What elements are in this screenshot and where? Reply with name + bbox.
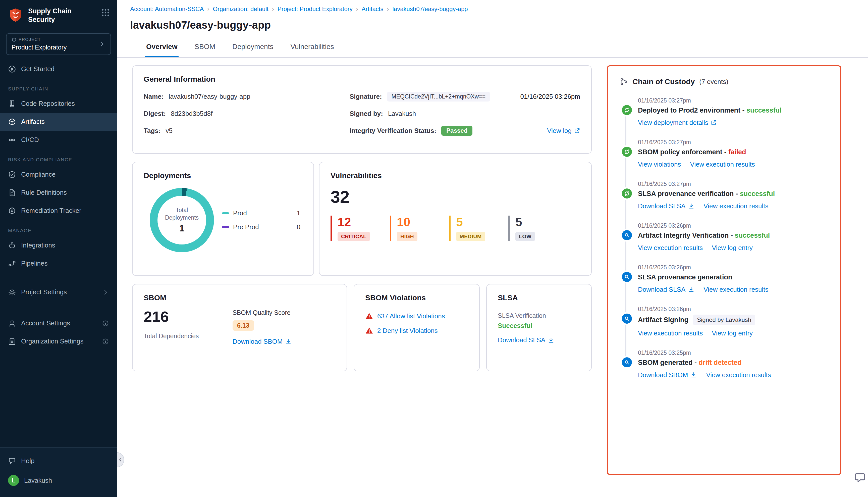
view-execution-results-link[interactable]: View execution results bbox=[704, 285, 768, 294]
view-execution-results-link[interactable]: View execution results bbox=[706, 371, 771, 379]
sidebar-item-label: Pipelines bbox=[21, 259, 48, 267]
tab-deployments[interactable]: Deployments bbox=[231, 38, 274, 57]
breadcrumb: Account: Automation-SSCA › Organization:… bbox=[130, 5, 855, 13]
sidebar-item-compliance[interactable]: Compliance bbox=[0, 166, 117, 184]
download-icon bbox=[688, 203, 694, 209]
sidebar-item-label: Artifacts bbox=[21, 118, 45, 126]
sbom-total-label: Total Dependencies bbox=[144, 332, 199, 340]
breadcrumb-separator: › bbox=[387, 5, 389, 13]
download-sbom-link[interactable]: Download SBOM bbox=[638, 371, 697, 379]
breadcrumb-organization[interactable]: Organization: default bbox=[213, 5, 268, 13]
scan-icon bbox=[622, 230, 632, 240]
event-status: drift detected bbox=[699, 358, 742, 367]
download-icon bbox=[285, 339, 292, 345]
sidebar-item-organization-settings[interactable]: Organization Settings bbox=[0, 332, 117, 351]
timeline-event: 01/16/2025 03:26pm SLSA provenance gener… bbox=[621, 264, 828, 294]
sidebar-item-code-repositories[interactable]: Code Repositories bbox=[0, 95, 117, 113]
status-badge-passed: Passed bbox=[441, 126, 473, 136]
breadcrumb-separator: › bbox=[207, 5, 209, 13]
user-name: Lavakush bbox=[24, 477, 52, 484]
project-selector[interactable]: PROJECT Product Exploratory bbox=[6, 33, 111, 55]
severity-low: 5 LOW bbox=[508, 216, 568, 241]
help-icon bbox=[8, 457, 16, 465]
sidebar: Supply Chain Security PROJECT Product Ex… bbox=[0, 0, 117, 497]
feedback-icon[interactable] bbox=[854, 472, 866, 483]
sbom-violations-card: SBOM Violations 637 Allow list Violation… bbox=[353, 284, 480, 371]
view-execution-results-link[interactable]: View execution results bbox=[704, 202, 768, 210]
field-signed-by: Signed by: Lavakush bbox=[350, 109, 580, 118]
view-log-link[interactable]: View log bbox=[547, 127, 580, 135]
sidebar-item-label: Get Started bbox=[21, 65, 55, 73]
view-execution-results-link[interactable]: View execution results bbox=[638, 244, 703, 252]
sidebar-item-label: Project Settings bbox=[21, 288, 67, 296]
sidebar-item-remediation-tracker[interactable]: Remediation Tracker bbox=[0, 202, 117, 220]
download-sbom-link[interactable]: Download SBOM bbox=[233, 338, 292, 345]
sidebar-user[interactable]: L Lavakush bbox=[0, 470, 117, 491]
pipelines-icon bbox=[8, 259, 16, 268]
section-label-risk-compliance: RISK AND COMPLIANCE bbox=[0, 149, 117, 166]
event-timestamp: 01/16/2025 03:26pm bbox=[638, 264, 828, 271]
allow-list-violations-link[interactable]: 637 Allow list Violations bbox=[377, 312, 445, 320]
sidebar-item-get-started[interactable]: Get Started bbox=[0, 60, 117, 78]
view-violations-link[interactable]: View violations bbox=[638, 160, 681, 168]
sidebar-item-label: CI/CD bbox=[21, 136, 39, 144]
external-link-icon bbox=[574, 128, 580, 134]
deny-list-violations-row: 2 Deny list Violations bbox=[365, 327, 468, 335]
sidebar-item-label: Rule Definitions bbox=[21, 189, 67, 197]
event-status: failed bbox=[728, 148, 746, 156]
breadcrumb-account[interactable]: Account: Automation-SSCA bbox=[130, 5, 204, 13]
slsa-verification-label: SLSA Verification bbox=[498, 312, 580, 320]
view-log-entry-link[interactable]: View log entry bbox=[712, 329, 753, 337]
remediation-tracker-icon bbox=[8, 207, 16, 215]
main-area: Account: Automation-SSCA › Organization:… bbox=[117, 0, 868, 497]
sbom-title: SBOM bbox=[144, 294, 335, 302]
deployments-legend: Prod 1 Pre Prod 0 bbox=[222, 203, 300, 237]
scan-icon bbox=[622, 357, 632, 367]
tab-vulnerabilities[interactable]: Vulnerabilities bbox=[289, 38, 335, 57]
breadcrumb-project[interactable]: Project: Product Exploratory bbox=[277, 5, 353, 13]
legend-swatch-prod bbox=[222, 212, 229, 214]
compliance-icon bbox=[8, 171, 16, 179]
chevron-right-icon bbox=[102, 289, 109, 296]
sidebar-item-artifacts[interactable]: Artifacts bbox=[0, 113, 117, 131]
timeline-event: 01/16/2025 03:25pm SBOM generated - drif… bbox=[621, 349, 828, 379]
view-execution-results-link[interactable]: View execution results bbox=[690, 160, 755, 168]
artifacts-icon bbox=[8, 118, 16, 126]
deny-list-violations-link[interactable]: 2 Deny list Violations bbox=[377, 327, 438, 335]
sidebar-item-label: Help bbox=[21, 457, 34, 465]
chain-of-custody-icon bbox=[620, 77, 628, 86]
sidebar-item-integrations[interactable]: Integrations bbox=[0, 237, 117, 255]
event-status: successful bbox=[735, 231, 770, 240]
breadcrumb-artifact-name[interactable]: lavakush07/easy-buggy-app bbox=[392, 5, 468, 13]
view-execution-results-link[interactable]: View execution results bbox=[638, 329, 703, 337]
general-information-card: General Information Name: lavakush07/eas… bbox=[132, 65, 592, 154]
download-slsa-link[interactable]: Download SLSA bbox=[498, 336, 554, 344]
download-slsa-link[interactable]: Download SLSA bbox=[638, 202, 694, 210]
sidebar-item-project-settings[interactable]: Project Settings bbox=[0, 283, 117, 301]
module-switcher-icon[interactable] bbox=[101, 8, 110, 17]
app-title-line2: Security bbox=[28, 16, 96, 24]
event-title: Artifact Signing Signed by Lavakush bbox=[638, 315, 828, 325]
tab-bar: Overview SBOM Deployments Vulnerabilitie… bbox=[117, 38, 868, 58]
field-name: Name: lavakush07/easy-buggy-app bbox=[144, 91, 350, 101]
sidebar-item-cicd[interactable]: CI/CD bbox=[0, 131, 117, 149]
sidebar-item-account-settings[interactable]: Account Settings bbox=[0, 314, 117, 332]
field-digest: Digest: 8d23bd3b5d8f bbox=[144, 109, 350, 118]
tab-overview[interactable]: Overview bbox=[145, 38, 178, 57]
view-log-entry-link[interactable]: View log entry bbox=[712, 244, 753, 252]
event-timestamp: 01/16/2025 03:26pm bbox=[638, 306, 828, 313]
view-deployment-details-link[interactable]: View deployment details bbox=[638, 118, 717, 127]
pipeline-icon bbox=[622, 188, 632, 199]
download-slsa-link[interactable]: Download SLSA bbox=[638, 285, 694, 294]
event-title: SBOM policy enforcement - failed bbox=[638, 148, 828, 156]
donut-center-label: Total Deployments bbox=[163, 207, 201, 222]
sidebar-item-pipelines[interactable]: Pipelines bbox=[0, 255, 117, 273]
event-title: SLSA provenance generation bbox=[638, 273, 828, 281]
event-title: Artifact Integrity Verification - succes… bbox=[638, 231, 828, 240]
download-icon bbox=[691, 372, 697, 378]
breadcrumb-artifacts[interactable]: Artifacts bbox=[362, 5, 384, 13]
sidebar-item-help[interactable]: Help bbox=[0, 452, 117, 470]
event-timestamp: 01/16/2025 03:27pm bbox=[638, 181, 828, 187]
tab-sbom[interactable]: SBOM bbox=[194, 38, 216, 57]
sidebar-item-rule-definitions[interactable]: Rule Definitions bbox=[0, 184, 117, 202]
